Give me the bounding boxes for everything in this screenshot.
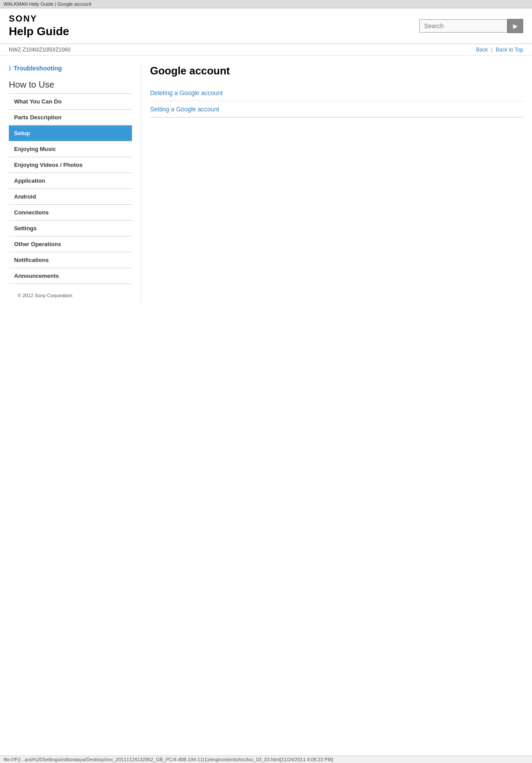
- sidebar-item-connections[interactable]: Connections: [9, 204, 132, 220]
- sidebar-item-setup[interactable]: Setup: [9, 125, 132, 141]
- content-title: Google account: [150, 65, 523, 81]
- browser-title-bar: WALKMAN Help Guide | Google account: [0, 0, 532, 8]
- sidebar-item-enjoying-music[interactable]: Enjoying Music: [9, 141, 132, 157]
- page-header: SONY Help Guide ▶: [0, 8, 532, 44]
- link-deleting-google-account[interactable]: Deleting a Google account: [150, 89, 223, 96]
- search-area: ▶: [419, 19, 523, 33]
- back-link[interactable]: Back: [476, 47, 488, 53]
- sidebar-item-application[interactable]: Application: [9, 173, 132, 188]
- sidebar-link-application[interactable]: Application: [9, 173, 132, 188]
- sidebar-item-parts-description[interactable]: Parts Description: [9, 109, 132, 125]
- sidebar: ⟩ Troubleshooting How to Use What You Ca…: [9, 65, 141, 302]
- page-title: Help Guide: [9, 25, 69, 38]
- sidebar-link-announcements[interactable]: Announcements: [9, 268, 132, 284]
- link-setting-google-account[interactable]: Setting a Google account: [150, 106, 219, 113]
- sidebar-link-what-you-can-do[interactable]: What You Can Do: [9, 94, 132, 109]
- sidebar-link-connections[interactable]: Connections: [9, 205, 132, 220]
- header-branding: SONY Help Guide: [9, 14, 69, 38]
- content-links-list: Deleting a Google account Setting a Goog…: [150, 89, 523, 118]
- sony-logo: SONY: [9, 14, 69, 24]
- sidebar-how-to-use-title: How to Use: [9, 80, 132, 93]
- sidebar-link-other-operations[interactable]: Other Operations: [9, 236, 132, 252]
- sidebar-item-enjoying-videos-photos[interactable]: Enjoying Videos / Photos: [9, 157, 132, 173]
- sidebar-link-enjoying-music[interactable]: Enjoying Music: [9, 141, 132, 157]
- sidebar-link-settings[interactable]: Settings: [9, 221, 132, 236]
- troubleshooting-label: Troubleshooting: [14, 65, 62, 72]
- back-to-top-link[interactable]: Back to Top: [496, 47, 523, 53]
- sidebar-item-settings[interactable]: Settings: [9, 220, 132, 236]
- copyright-text: © 2012 Sony Corporation: [18, 293, 72, 298]
- sub-header: NWZ-Z1040/Z1050/Z1060 Back | Back to Top: [0, 44, 532, 56]
- sidebar-item-android[interactable]: Android: [9, 188, 132, 204]
- sidebar-nav: What You Can Do Parts Description Setup …: [9, 93, 132, 284]
- sidebar-link-android[interactable]: Android: [9, 189, 132, 204]
- sidebar-link-setup[interactable]: Setup: [9, 125, 132, 141]
- sidebar-item-announcements[interactable]: Announcements: [9, 268, 132, 284]
- top-nav-links: Back | Back to Top: [476, 47, 523, 53]
- sidebar-link-parts-description[interactable]: Parts Description: [9, 110, 132, 125]
- sidebar-item-other-operations[interactable]: Other Operations: [9, 236, 132, 252]
- content-area: Google account Deleting a Google account…: [141, 65, 523, 302]
- search-button[interactable]: ▶: [507, 19, 523, 33]
- search-input[interactable]: [419, 19, 507, 33]
- browser-title-text: WALKMAN Help Guide | Google account: [4, 1, 91, 7]
- footer: © 2012 Sony Corporation: [9, 284, 132, 302]
- sidebar-item-troubleshooting[interactable]: ⟩ Troubleshooting: [9, 65, 132, 72]
- list-item-setting-google-account[interactable]: Setting a Google account: [150, 106, 523, 118]
- list-item-deleting-google-account[interactable]: Deleting a Google account: [150, 89, 523, 101]
- sidebar-link-enjoying-videos-photos[interactable]: Enjoying Videos / Photos: [9, 157, 132, 173]
- separator: |: [491, 47, 492, 53]
- chevron-right-icon: ⟩: [9, 65, 11, 71]
- sidebar-link-notifications[interactable]: Notifications: [9, 252, 132, 268]
- main-container: ⟩ Troubleshooting How to Use What You Ca…: [0, 56, 532, 311]
- sidebar-item-what-you-can-do[interactable]: What You Can Do: [9, 93, 132, 109]
- model-number: NWZ-Z1040/Z1050/Z1060: [9, 47, 70, 53]
- sidebar-item-notifications[interactable]: Notifications: [9, 252, 132, 268]
